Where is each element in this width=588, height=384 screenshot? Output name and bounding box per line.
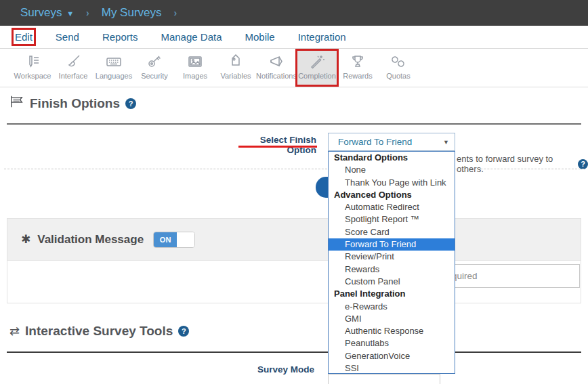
flag-icon (9, 95, 24, 112)
toolbar-item-completion[interactable]: Completion (297, 50, 337, 85)
red-underline-annotation (238, 146, 317, 148)
dropdown-option-ssi[interactable]: SSI (329, 362, 455, 374)
magic-wand-icon (297, 53, 337, 70)
pen-list-icon (12, 53, 53, 70)
interactive-tools-title: Interactive Survey Tools (25, 324, 173, 339)
dropdown-option-none[interactable]: None (329, 164, 455, 176)
menu-item-manage-data[interactable]: Manage Data (161, 31, 222, 43)
section-divider (7, 123, 581, 125)
dropdown-group-standard-options: Standard Options (329, 152, 455, 164)
help-icon[interactable]: ? (125, 98, 136, 109)
toolbar-item-quotas[interactable]: Quotas (378, 50, 419, 85)
chain-links-icon (378, 53, 419, 70)
dropdown-group-advanced-options: Advanced Options (329, 189, 455, 201)
dropdown-option-authentic-response[interactable]: Authentic Response (329, 325, 455, 337)
dropdown-option-score-card[interactable]: Score Card (329, 226, 455, 238)
finish-option-select[interactable]: Forward To Friend ▼ (328, 133, 455, 151)
help-icon[interactable]: ? (578, 159, 588, 169)
toolbar-item-languages[interactable]: Languages (93, 50, 134, 85)
menu-item-integration[interactable]: Integration (298, 31, 346, 43)
menu-item-reports[interactable]: Reports (102, 31, 138, 43)
chevron-down-icon: ▼ (66, 9, 74, 18)
main-menu: Edit Send Reports Manage Data Mobile Int… (0, 26, 588, 49)
finish-options-title: Finish Options (30, 96, 120, 111)
breadcrumb-separator-icon: › (81, 7, 95, 18)
breadcrumb-surveys-label: Surveys (20, 6, 62, 19)
dashed-divider (4, 169, 584, 169)
toolbar-item-notifications[interactable]: Notifications (256, 50, 297, 85)
breadcrumb-separator-icon: › (169, 7, 183, 18)
image-icon (175, 53, 215, 70)
toolbar-item-rewards[interactable]: Rewards (337, 50, 378, 85)
menu-item-edit[interactable]: Edit (15, 31, 33, 43)
toolbar-item-interface[interactable]: Interface (53, 50, 93, 85)
breadcrumb: Surveys ▼ › My Surveys › (0, 0, 588, 26)
validation-message-toggle[interactable]: ON (153, 232, 195, 248)
dropdown-option-spotlight-report[interactable]: Spotlight Report ™ (329, 213, 455, 226)
breadcrumb-surveys[interactable]: Surveys ▼ (20, 6, 74, 20)
section-divider (7, 351, 581, 353)
dropdown-option-e-rewards[interactable]: e-Rewards (329, 301, 455, 313)
toolbar-item-security[interactable]: Security (134, 50, 175, 85)
dropdown-option-review-print[interactable]: Review/Print (329, 251, 455, 263)
toolbar-item-workspace[interactable]: Workspace (12, 50, 53, 85)
menu-item-send[interactable]: Send (56, 31, 79, 43)
survey-mode-select-partial[interactable] (328, 374, 440, 384)
chevron-down-icon: ▼ (443, 139, 449, 146)
dropdown-option-generationvoice[interactable]: GenerationVoice (329, 350, 455, 362)
breadcrumb-my-surveys[interactable]: My Surveys (102, 6, 162, 20)
validation-message-title: Validation Message (37, 233, 144, 247)
toolbar-item-images[interactable]: Images (175, 50, 215, 85)
finish-options-heading: Finish Options ? (9, 95, 136, 112)
help-icon[interactable]: ? (178, 326, 189, 337)
finish-option-selected-value: Forward To Friend (338, 137, 443, 147)
swap-arrows-icon: ⇄ (9, 324, 20, 339)
dropdown-option-forward-to-friend[interactable]: Forward To Friend (329, 238, 455, 251)
validation-message-header: ✱ Validation Message ON (7, 219, 581, 261)
asterisk-icon: ✱ (21, 232, 30, 247)
dropdown-group-panel-integration: Panel Integration (329, 288, 455, 300)
survey-edit-completion-page: Surveys ▼ › My Surveys › Edit Send Repor… (0, 0, 588, 384)
dropdown-option-peanutlabs[interactable]: Peanutlabs (329, 337, 455, 349)
dropdown-option-gmi[interactable]: GMI (329, 313, 455, 325)
toggle-knob (177, 232, 194, 247)
edit-toolbar: Workspace Interface Languages Security I… (0, 49, 588, 87)
key-icon (134, 53, 175, 70)
select-finish-option-label: Select Finish Option (235, 135, 316, 155)
dropdown-option-thank-you-page[interactable]: Thank You Page with Link (329, 177, 455, 189)
menu-item-mobile[interactable]: Mobile (245, 31, 275, 43)
finish-option-helper-text: ents to forward survey to others. ? (457, 154, 588, 174)
tag-icon (215, 53, 256, 70)
brush-icon (53, 53, 93, 70)
dropdown-option-rewards[interactable]: Rewards (329, 263, 455, 276)
dropdown-option-custom-panel[interactable]: Custom Panel (329, 276, 455, 288)
survey-mode-label: Survey Mode (233, 364, 314, 375)
megaphone-icon (256, 53, 297, 70)
keyboard-icon (93, 53, 134, 70)
trophy-icon (337, 53, 378, 70)
interactive-tools-heading: ⇄ Interactive Survey Tools ? (9, 324, 189, 339)
toolbar-item-variables[interactable]: Variables (215, 50, 256, 85)
toggle-on-label: ON (154, 232, 177, 247)
dropdown-option-automatic-redirect[interactable]: Automatic Redirect (329, 201, 455, 213)
validation-message-card: ✱ Validation Message ON (7, 218, 581, 303)
finish-option-dropdown-list: Standard Options None Thank You Page wit… (328, 151, 455, 374)
